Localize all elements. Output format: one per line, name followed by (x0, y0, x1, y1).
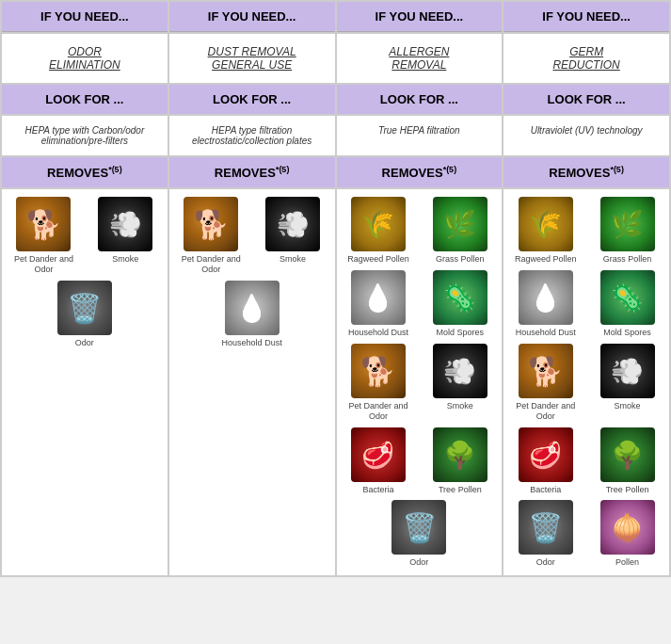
list-item: Mold Spores (594, 270, 662, 338)
tree-icon (433, 427, 487, 482)
col1-header: IF YOU NEED... (2, 2, 168, 32)
list-item: Smoke (594, 344, 662, 422)
bacteria-icon (519, 427, 573, 482)
list-item: Pet Dander and Odor (344, 344, 412, 422)
list-item: Odor (51, 281, 119, 348)
col2-header: IF YOU NEED... (169, 2, 335, 32)
col3-lookfor-desc: True HEPA filtration (337, 116, 503, 155)
list-item: Household Dust (218, 281, 286, 348)
list-item: Bacteria (512, 427, 580, 495)
bacteria-icon (351, 427, 406, 482)
trash-icon (57, 281, 112, 335)
ragweed-icon (351, 197, 406, 251)
col3-need: ALLERGEN REMOVAL (337, 34, 503, 83)
list-item: Pet Dander and Odor (9, 197, 77, 275)
list-item: Household Dust (512, 270, 580, 338)
col2-removes-header: REMOVES*(5) (169, 157, 335, 187)
trash-icon (519, 500, 573, 555)
col3-items: Ragweed Pollen Grass Pollen Household Du… (337, 189, 503, 575)
mold-icon (433, 270, 487, 325)
main-grid: IF YOU NEED... IF YOU NEED... IF YOU NEE… (0, 0, 671, 577)
list-item: Smoke (91, 197, 159, 275)
col2-need: DUST REMOVAL GENERAL USE (169, 34, 335, 83)
list-item: Ragweed Pollen (512, 197, 580, 265)
tree-icon (600, 427, 655, 482)
dust-icon (351, 270, 406, 325)
col4-header: IF YOU NEED... (503, 2, 669, 32)
list-item: Household Dust (344, 270, 412, 338)
dog-icon (184, 197, 238, 251)
ragweed-icon (519, 197, 573, 251)
grass-icon (433, 197, 487, 251)
smoke-icon (433, 344, 487, 398)
col3-header: IF YOU NEED... (337, 2, 503, 32)
list-item: Pollen (594, 500, 662, 568)
list-item: Pet Dander and Odor (177, 197, 245, 275)
trash-icon (391, 500, 446, 555)
dog-icon (519, 344, 573, 398)
col1-need: ODOR ELIMINATION (2, 34, 168, 83)
grass-icon (600, 197, 655, 251)
col1-removes-header: REMOVES*(5) (2, 157, 168, 187)
dust-icon (225, 281, 280, 335)
col4-removes-header: REMOVES*(5) (503, 157, 669, 187)
col1-items: Pet Dander and Odor Smoke Odor (2, 189, 168, 575)
col3-lookfor: LOOK FOR ... (337, 85, 503, 114)
mold-icon (600, 270, 655, 325)
list-item: Bacteria (344, 427, 412, 495)
list-item: Odor (385, 500, 453, 568)
col4-need: GERM REDUCTION (503, 34, 669, 83)
col2-lookfor: LOOK FOR ... (169, 85, 335, 114)
col2-lookfor-desc: HEPA type filtration electrostatic/colle… (169, 116, 335, 155)
list-item: Tree Pollen (426, 427, 494, 495)
dog-icon (351, 344, 406, 398)
list-item: Odor (512, 500, 580, 568)
dog-icon (16, 197, 71, 251)
list-item: Tree Pollen (594, 427, 662, 495)
col3-removes-header: REMOVES*(5) (337, 157, 503, 187)
smoke-icon (265, 197, 320, 251)
col4-lookfor: LOOK FOR ... (503, 85, 669, 114)
smoke-icon (600, 344, 655, 398)
col2-items: Pet Dander and Odor Smoke Household Dust (169, 189, 335, 575)
list-item: Ragweed Pollen (344, 197, 412, 265)
col1-lookfor-desc: HEPA type with Carbon/odor elimination/p… (2, 116, 168, 155)
list-item: Mold Spores (426, 270, 494, 338)
list-item: Smoke (426, 344, 494, 422)
col4-items: Ragweed Pollen Grass Pollen Household Du… (503, 189, 669, 575)
list-item: Pet Dander and Odor (512, 344, 580, 422)
col4-lookfor-desc: Ultraviolet (UV) technology (503, 116, 669, 155)
list-item: Grass Pollen (426, 197, 494, 265)
list-item: Smoke (259, 197, 327, 275)
onion-icon (600, 500, 655, 555)
smoke-icon (98, 197, 152, 251)
list-item: Grass Pollen (594, 197, 662, 265)
col1-lookfor: LOOK FOR ... (2, 85, 168, 114)
dust-icon (519, 270, 573, 325)
